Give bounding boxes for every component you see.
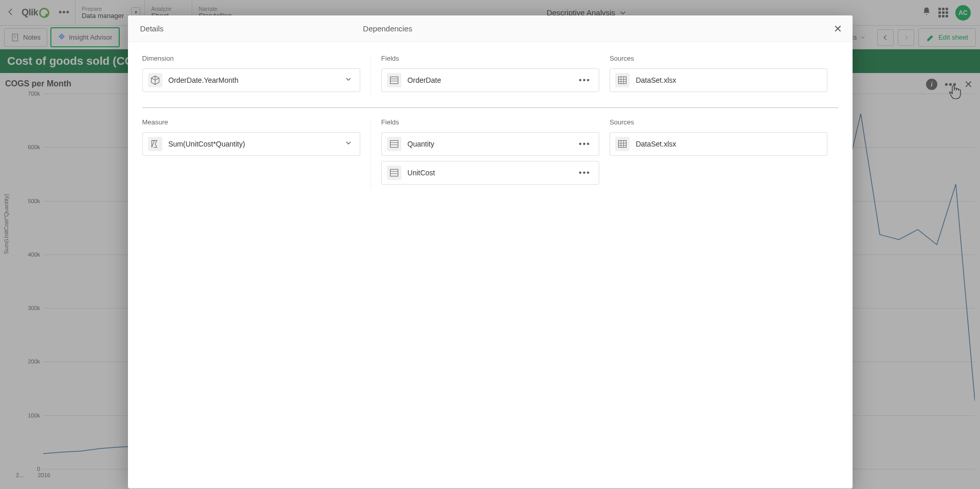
dep-item-text: OrderDate — [408, 76, 570, 84]
modal-tab-dependencies[interactable]: Dependencies — [350, 15, 424, 42]
dep-item[interactable]: UnitCost••• — [381, 161, 599, 185]
dep-col-label: Fields — [381, 118, 599, 126]
dep-item-text: OrderDate.YearMonth — [169, 76, 336, 84]
dep-item[interactable]: OrderDate••• — [381, 68, 599, 92]
dep-item-text: DataSet.xlsx — [636, 140, 822, 148]
dep-col-label: Sources — [609, 118, 827, 126]
grid-icon — [615, 137, 630, 151]
modal-header: Details Dependencies ✕ — [128, 15, 853, 42]
more-button[interactable]: ••• — [576, 137, 594, 151]
modal-overlay: Details Dependencies ✕ DimensionOrderDat… — [0, 0, 980, 489]
cube-icon — [148, 73, 162, 87]
dep-item-text: Quantity — [408, 140, 570, 148]
dep-col-label: Measure — [142, 118, 360, 126]
more-button[interactable]: ••• — [576, 74, 594, 87]
table-icon — [387, 137, 401, 151]
svg-rect-23 — [619, 140, 626, 147]
chevron-down-icon[interactable] — [342, 73, 355, 87]
dep-col-label: Fields — [381, 55, 599, 62]
dep-item-text: UnitCost — [408, 169, 570, 177]
svg-rect-9 — [390, 77, 398, 83]
grid-icon — [615, 73, 630, 87]
dep-row: DimensionOrderDate.YearMonthFieldsOrderD… — [142, 55, 838, 108]
svg-rect-17 — [390, 140, 398, 147]
modal-body: DimensionOrderDate.YearMonthFieldsOrderD… — [128, 42, 853, 488]
table-icon — [387, 73, 401, 87]
dep-item[interactable]: Sum(UnitCost*Quantity) — [142, 132, 360, 156]
modal-close-button[interactable]: ✕ — [823, 23, 853, 35]
dep-item[interactable]: DataSet.xlsx — [609, 68, 827, 92]
dependencies-modal: Details Dependencies ✕ DimensionOrderDat… — [128, 15, 853, 488]
svg-rect-20 — [390, 169, 398, 176]
table-icon — [387, 166, 401, 180]
dep-col-label: Dimension — [142, 55, 360, 62]
formula-icon — [148, 137, 162, 151]
modal-tab-details[interactable]: Details — [128, 15, 176, 42]
more-button[interactable]: ••• — [576, 166, 594, 179]
dep-item-text: Sum(UnitCost*Quantity) — [169, 140, 336, 148]
chevron-down-icon[interactable] — [342, 137, 355, 151]
dep-item-text: DataSet.xlsx — [636, 76, 822, 84]
dep-item[interactable]: DataSet.xlsx — [609, 132, 827, 156]
svg-rect-12 — [619, 77, 626, 83]
dep-item[interactable]: OrderDate.YearMonth — [142, 68, 360, 92]
dep-item[interactable]: Quantity••• — [381, 132, 599, 156]
dep-col-label: Sources — [609, 55, 827, 62]
dep-row: MeasureSum(UnitCost*Quantity)FieldsQuant… — [142, 118, 838, 200]
